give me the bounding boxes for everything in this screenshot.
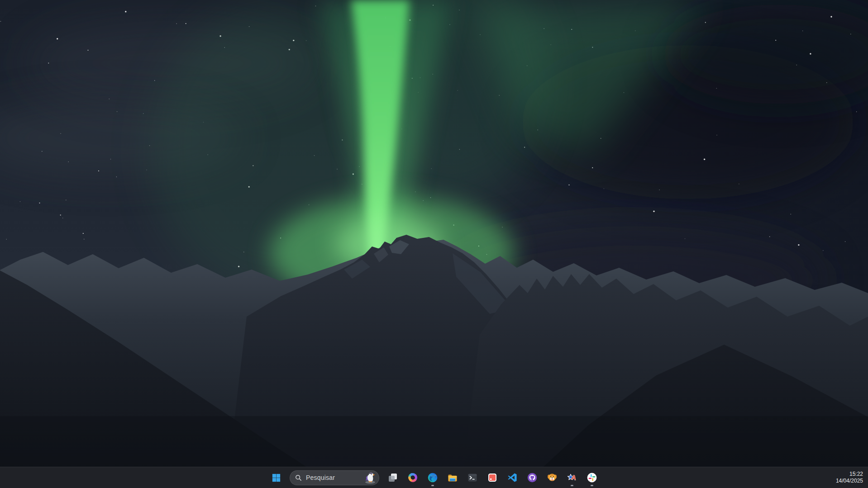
svg-text:A: A <box>571 474 577 481</box>
taskbar-app-github-desktop[interactable] <box>526 469 539 487</box>
taskbar-app-file-explorer[interactable] <box>446 469 459 487</box>
running-indicator <box>431 485 434 486</box>
star-app-icon: A <box>567 472 577 483</box>
taskbar-app-red-app[interactable] <box>486 469 499 487</box>
taskbar-app-copilot[interactable] <box>406 469 419 487</box>
clock-date: 14/04/2025 <box>836 478 863 484</box>
slack-icon <box>587 472 597 483</box>
red-app-icon <box>487 472 498 483</box>
dog-app-icon <box>547 472 558 483</box>
edge-icon <box>427 472 438 483</box>
taskbar-app-slack[interactable] <box>586 469 598 487</box>
taskbar-app-edge[interactable] <box>426 469 439 487</box>
desktop-wallpaper <box>0 0 868 488</box>
taskbar: Pesquisar <box>0 467 868 488</box>
taskbar-center-group: Pesquisar <box>270 467 598 488</box>
taskbar-app-task-view[interactable] <box>386 469 399 487</box>
start-button[interactable] <box>270 469 282 487</box>
task-view-icon <box>387 472 398 483</box>
taskbar-app-terminal[interactable] <box>466 469 479 487</box>
search-icon <box>295 474 302 481</box>
search-input[interactable]: Pesquisar <box>290 470 379 485</box>
clock-area[interactable]: 15:22 14/04/2025 <box>834 470 865 485</box>
file-explorer-icon <box>447 472 458 483</box>
wallpaper-image <box>0 0 868 488</box>
windows-start-icon <box>271 473 281 483</box>
running-indicator <box>591 485 593 486</box>
desktop-screen: Pesquisar <box>0 0 868 488</box>
taskbar-app-star-app[interactable]: A <box>566 469 578 487</box>
vscode-icon <box>507 472 518 483</box>
running-indicator <box>571 485 573 486</box>
search-placeholder: Pesquisar <box>306 474 335 481</box>
copilot-icon <box>407 472 418 483</box>
taskbar-app-dog-app[interactable] <box>546 469 558 487</box>
taskbar-app-vscode[interactable] <box>506 469 519 487</box>
puffin-bird-image <box>363 471 377 484</box>
github-desktop-icon <box>527 472 538 483</box>
clock-time: 15:22 <box>836 471 863 478</box>
taskbar-apps: A <box>386 469 598 487</box>
terminal-icon <box>467 472 478 483</box>
